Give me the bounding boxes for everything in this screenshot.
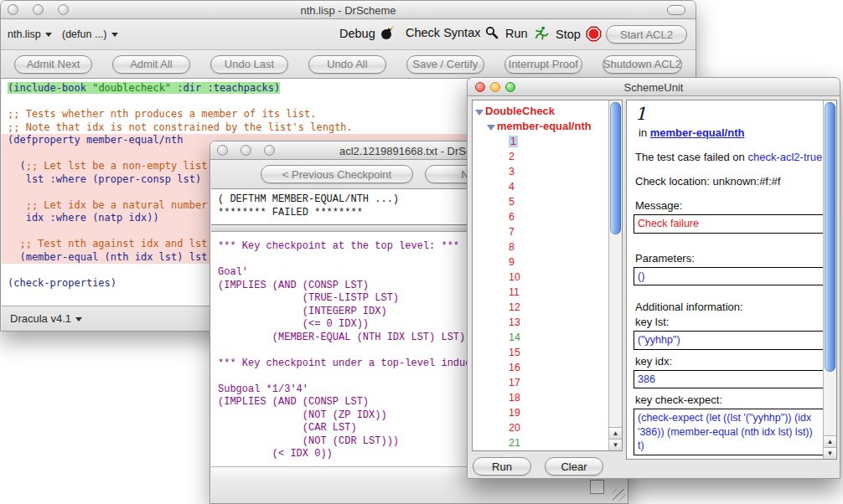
additional-info-label: Additional information: (635, 301, 822, 314)
disclosure-triangle-icon[interactable] (475, 110, 484, 116)
test-case-item[interactable]: 13 (473, 315, 608, 330)
desktop: nth.lisp - DrScheme nth.lisp (defun ...)… (0, 0, 843, 504)
member-equal-nth-link[interactable]: member-equal/nth (650, 126, 745, 139)
schemeunit-window: SchemeUnit DoubleCheck member-equal/nth … (467, 77, 840, 479)
interrupt-proof-button[interactable]: Interrupt Proof (504, 55, 582, 74)
test-case-item[interactable]: 15 (473, 345, 608, 360)
run-tests-button[interactable]: Run (473, 457, 531, 476)
defun-dropdown[interactable]: (defun ...) (62, 28, 118, 40)
scrollbar-thumb[interactable] (825, 102, 835, 372)
tree-scrollbar[interactable]: ▲ ▼ (608, 100, 622, 450)
window-title: SchemeUnit (468, 81, 840, 94)
toolbar-pill-button[interactable] (667, 5, 685, 15)
test-tree: DoubleCheck member-equal/nth 12345678910… (473, 100, 608, 450)
test-case-item[interactable]: 14 (473, 330, 608, 345)
case-number: 1 (635, 104, 822, 125)
key-lst-label: key lst: (635, 316, 822, 329)
message-value-box[interactable]: Check failure (634, 214, 825, 234)
resize-grip[interactable] (613, 489, 625, 501)
test-case-item[interactable]: 19 (473, 405, 608, 420)
check-syntax-button[interactable]: Check Syntax (406, 26, 499, 39)
test-case-item[interactable]: 20 (473, 420, 608, 435)
case-location-line: in member-equal/nth (639, 126, 822, 139)
test-case-item[interactable]: 2 (473, 149, 608, 164)
scrollbar-thumb[interactable] (610, 102, 621, 234)
key-idx-value-box[interactable]: 386 (634, 370, 825, 389)
clear-button[interactable]: Clear (545, 457, 603, 476)
test-case-item[interactable]: 4 (473, 179, 608, 194)
test-case-item[interactable]: 3 (473, 164, 608, 179)
bomb-icon (380, 26, 395, 40)
test-case-item[interactable]: 8 (473, 239, 608, 255)
test-tree-panel: DoubleCheck member-equal/nth 12345678910… (472, 100, 623, 451)
parameters-label: Parameters: (635, 252, 822, 265)
key-idx-label: key idx: (635, 355, 822, 368)
shutdown-acl2-button[interactable]: Shutdown ACL2 (603, 55, 682, 74)
chevron-down-icon (111, 33, 118, 37)
key-check-expect-label: key check-expect: (635, 393, 822, 407)
footer-square-icon[interactable] (590, 480, 604, 494)
tree-item-member-equal-nth[interactable]: member-equal/nth (473, 119, 608, 134)
test-case-item[interactable]: 18 (473, 390, 608, 405)
start-acl2-button[interactable]: Start ACL2 (606, 25, 687, 44)
test-case-item[interactable]: 12 (473, 300, 608, 315)
previous-checkpoint-button[interactable]: < Previous Checkpoint (261, 165, 413, 183)
test-case-item[interactable]: 9 (473, 255, 608, 270)
drscheme-menu-row: nth.lisp (defun ...) Debug Check Syntax … (1, 19, 696, 49)
schemeunit-titlebar[interactable]: SchemeUnit (468, 78, 840, 96)
magnifier-icon (485, 26, 499, 39)
stop-button[interactable]: Stop (556, 26, 602, 42)
dracula-menu[interactable]: Dracula v4.1 (10, 312, 82, 325)
check-location: Check location: unknown:#f:#f (635, 175, 822, 188)
chevron-down-icon (75, 317, 82, 321)
detail-scrollbar[interactable]: ▲ ▼ (823, 100, 836, 459)
test-detail-content: 1 in member-equal/nth The test case fail… (627, 100, 822, 459)
debug-button[interactable]: Debug (339, 26, 395, 40)
admit-next-button[interactable]: Admit Next (14, 55, 92, 74)
run-button[interactable]: Run (505, 26, 549, 40)
test-case-item[interactable]: 11 (473, 285, 608, 300)
test-case-item[interactable]: 10 (473, 270, 608, 285)
key-lst-value-box[interactable]: ("yyhhp") (634, 331, 825, 350)
scroll-down-arrow[interactable]: ▼ (609, 439, 622, 450)
test-case-item[interactable]: 17 (473, 375, 608, 390)
file-dropdown[interactable]: nth.lisp (8, 28, 52, 40)
runner-icon (533, 26, 549, 40)
parameters-value-box[interactable]: () (634, 267, 825, 286)
test-case-item[interactable]: 6 (473, 209, 608, 224)
drscheme-titlebar[interactable]: nth.lisp - DrScheme (1, 1, 696, 19)
scroll-up-arrow[interactable]: ▲ (609, 427, 622, 439)
check-acl2-true-ref: check-acl2-true. (747, 151, 825, 163)
admit-all-button[interactable]: Admit All (112, 55, 190, 74)
failure-description: The test case failed on check-acl2-true. (635, 150, 826, 164)
window-title: nth.lisp - DrScheme (1, 4, 696, 17)
key-check-expect-value-box[interactable]: (check-expect (let ((lst '("yyhhp")) (id… (634, 409, 825, 455)
tree-item-doublecheck[interactable]: DoubleCheck (473, 104, 608, 119)
test-case-item[interactable]: 21 (473, 435, 608, 450)
chevron-down-icon (45, 33, 52, 37)
stop-sign-icon (586, 26, 602, 42)
test-case-item[interactable]: 1 (473, 134, 608, 149)
scroll-up-arrow[interactable]: ▲ (824, 435, 836, 447)
disclosure-triangle-icon[interactable] (487, 125, 495, 131)
undo-last-button[interactable]: Undo Last (210, 55, 288, 74)
acl2-toolbar: Admit Next Admit All Undo Last Undo All … (1, 49, 696, 79)
save-certify-button[interactable]: Save / Certify (406, 55, 484, 74)
test-case-item[interactable]: 16 (473, 360, 608, 375)
schemeunit-buttons: Run Clear (473, 457, 603, 476)
test-detail-panel: 1 in member-equal/nth The test case fail… (626, 100, 837, 460)
message-label: Message: (635, 199, 822, 213)
undo-all-button[interactable]: Undo All (308, 55, 386, 74)
test-case-item[interactable]: 5 (473, 194, 608, 209)
test-case-item[interactable]: 7 (473, 224, 608, 239)
scroll-down-arrow[interactable]: ▼ (824, 447, 836, 459)
test-case-list: 123456789101112131415161718192021 (473, 134, 608, 450)
